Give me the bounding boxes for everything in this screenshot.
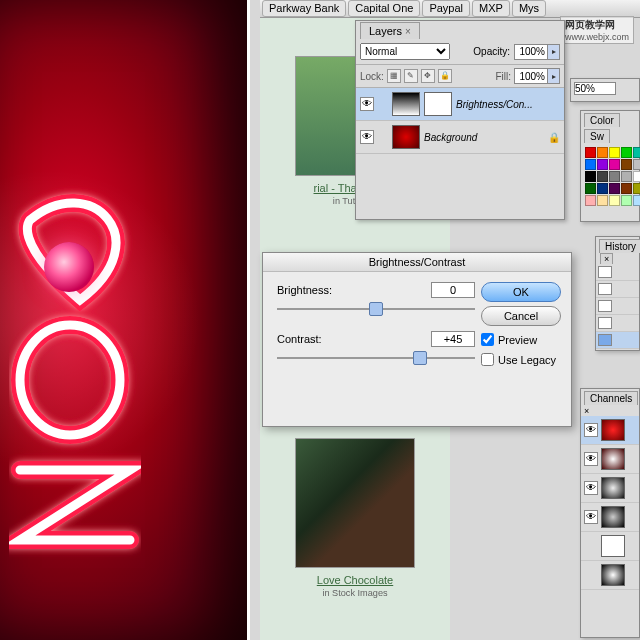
contrast-label: Contrast:: [277, 333, 322, 345]
legacy-label: Use Legacy: [498, 354, 556, 366]
contrast-input[interactable]: [431, 331, 475, 347]
swatch[interactable]: [609, 183, 620, 194]
chevron-right-icon[interactable]: ▸: [547, 45, 559, 59]
lock-paint-icon[interactable]: ✎: [404, 69, 418, 83]
layers-panel[interactable]: Layers× Normal Opacity: ▸ Lock: ▦ ✎ ✥ 🔒 …: [355, 20, 565, 220]
channel-row[interactable]: 👁: [581, 416, 639, 445]
channel-row[interactable]: 👁: [581, 503, 639, 532]
channel-row[interactable]: 👁: [581, 474, 639, 503]
swatch[interactable]: [597, 171, 608, 182]
channel-row[interactable]: 👁: [581, 445, 639, 474]
preview-label: Preview: [498, 334, 537, 346]
swatch[interactable]: [633, 183, 640, 194]
preview-checkbox[interactable]: [481, 333, 494, 346]
channels-tab[interactable]: Channels: [584, 391, 638, 405]
swatch[interactable]: [597, 159, 608, 170]
swatch[interactable]: [597, 195, 608, 206]
legacy-checkbox[interactable]: [481, 353, 494, 366]
lock-position-icon[interactable]: ✥: [421, 69, 435, 83]
swatch[interactable]: [585, 171, 596, 182]
color-panel[interactable]: Color Sw: [580, 110, 640, 222]
gallery-thumb[interactable]: [295, 438, 415, 568]
document-canvas[interactable]: [0, 0, 250, 640]
brightness-slider[interactable]: [277, 301, 475, 317]
gallery-link[interactable]: Love Chocolate: [268, 574, 442, 586]
swatch[interactable]: [585, 195, 596, 206]
visibility-icon[interactable]: 👁: [584, 510, 598, 524]
bookmark-item[interactable]: Parkway Bank: [262, 0, 346, 17]
history-panel[interactable]: History×: [595, 236, 640, 351]
layer-name[interactable]: Brightness/Con...: [456, 99, 533, 110]
history-row[interactable]: [596, 332, 639, 349]
brightness-input[interactable]: [431, 282, 475, 298]
cancel-button[interactable]: Cancel: [481, 306, 561, 326]
swatch[interactable]: [621, 147, 632, 158]
visibility-icon[interactable]: 👁: [360, 97, 374, 111]
visibility-icon[interactable]: 👁: [584, 452, 598, 466]
close-icon[interactable]: ×: [405, 26, 411, 37]
swatches-tab[interactable]: Sw: [584, 129, 610, 143]
lock-all-icon[interactable]: 🔒: [438, 69, 452, 83]
legacy-checkbox-row[interactable]: Use Legacy: [481, 353, 561, 366]
channel-row[interactable]: [581, 532, 639, 561]
gallery-category: in Stock Images: [322, 588, 387, 598]
swatch[interactable]: [633, 159, 640, 170]
history-row[interactable]: [596, 281, 639, 298]
bookmark-item[interactable]: Mys: [512, 0, 546, 17]
swatch[interactable]: [585, 147, 596, 158]
slider-thumb[interactable]: [413, 351, 427, 365]
preview-checkbox-row[interactable]: Preview: [481, 333, 561, 346]
slider-thumb[interactable]: [369, 302, 383, 316]
visibility-icon[interactable]: 👁: [360, 130, 374, 144]
zoom-panel[interactable]: [570, 78, 640, 102]
color-tab[interactable]: Color: [584, 113, 620, 127]
history-row[interactable]: [596, 315, 639, 332]
swatch[interactable]: [597, 147, 608, 158]
swatch[interactable]: [621, 171, 632, 182]
layer-row[interactable]: 👁 Brightness/Con...: [356, 88, 564, 121]
swatch[interactable]: [609, 195, 620, 206]
history-tab[interactable]: History: [599, 239, 640, 253]
chevron-right-icon[interactable]: ▸: [547, 69, 559, 83]
history-row[interactable]: [596, 264, 639, 281]
layer-thumb[interactable]: [392, 125, 420, 149]
layer-mask-thumb[interactable]: [424, 92, 452, 116]
bookmark-item[interactable]: Paypal: [422, 0, 470, 17]
adjustment-thumb[interactable]: [392, 92, 420, 116]
swatch[interactable]: [609, 171, 620, 182]
channel-row[interactable]: [581, 561, 639, 590]
swatch[interactable]: [633, 147, 640, 158]
close-icon[interactable]: ×: [581, 406, 592, 416]
swatch[interactable]: [585, 183, 596, 194]
history-row[interactable]: [596, 298, 639, 315]
swatch[interactable]: [633, 195, 640, 206]
close-icon[interactable]: ×: [600, 253, 613, 264]
visibility-icon[interactable]: 👁: [584, 423, 598, 437]
swatch[interactable]: [621, 159, 632, 170]
dialog-title: Brightness/Contrast: [263, 253, 571, 272]
ok-button[interactable]: OK: [481, 282, 561, 302]
channels-panel[interactable]: Channels× 👁 👁 👁 👁: [580, 388, 640, 638]
lock-transparency-icon[interactable]: ▦: [387, 69, 401, 83]
opacity-input[interactable]: [515, 46, 547, 57]
swatch[interactable]: [609, 159, 620, 170]
blend-mode-select[interactable]: Normal: [360, 43, 450, 60]
swatch[interactable]: [633, 171, 640, 182]
rose-graphic: [44, 242, 94, 292]
swatch[interactable]: [597, 183, 608, 194]
brightness-label: Brightness:: [277, 284, 332, 296]
swatch[interactable]: [621, 195, 632, 206]
layer-row[interactable]: 👁 Background 🔒: [356, 121, 564, 154]
bookmark-item[interactable]: Capital One: [348, 0, 420, 17]
layer-name[interactable]: Background: [424, 132, 477, 143]
contrast-slider[interactable]: [277, 350, 475, 366]
swatch[interactable]: [621, 183, 632, 194]
visibility-icon[interactable]: 👁: [584, 481, 598, 495]
bookmark-item[interactable]: MXP: [472, 0, 510, 17]
zoom-input[interactable]: [574, 82, 616, 95]
swatch[interactable]: [585, 159, 596, 170]
swatch[interactable]: [609, 147, 620, 158]
layers-tab[interactable]: Layers×: [360, 22, 420, 39]
brightness-contrast-dialog[interactable]: Brightness/Contrast Brightness: Contrast…: [262, 252, 572, 427]
fill-input[interactable]: [515, 71, 547, 82]
